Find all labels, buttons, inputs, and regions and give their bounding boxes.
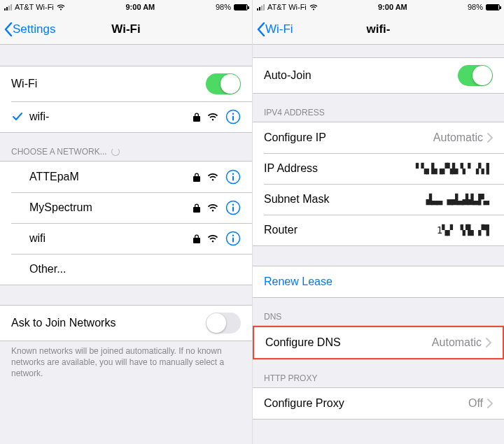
wifi-icon — [207, 113, 218, 121]
auto-join-row[interactable]: Auto-Join — [253, 58, 504, 93]
configure-proxy-value: Off — [468, 397, 483, 410]
clock-label: 9:00 AM — [378, 3, 407, 11]
battery-pct: 98% — [468, 3, 483, 11]
auto-join-toggle[interactable] — [458, 65, 493, 86]
svg-point-1 — [232, 113, 234, 115]
ask-join-row[interactable]: Ask to Join Networks — [0, 306, 252, 341]
info-icon[interactable] — [225, 109, 241, 124]
nav-bar: Settings Wi-Fi — [0, 14, 252, 45]
configure-proxy-label: Configure Proxy — [264, 397, 468, 410]
info-icon[interactable] — [225, 231, 241, 246]
ask-join-group: Ask to Join Networks — [0, 305, 252, 341]
chevron-left-icon — [4, 22, 13, 36]
detail-scroll[interactable]: Auto-Join IPV4 ADDRESS Configure IP Auto… — [253, 45, 504, 444]
router-label: Router — [264, 224, 437, 236]
svg-rect-11 — [232, 238, 234, 243]
renew-lease-group: Renew Lease — [253, 266, 504, 298]
networks-group: ATTEpaM MySpectrum wifi — [0, 161, 252, 285]
back-button[interactable]: Settings — [0, 22, 55, 36]
proxy-header: HTTP PROXY — [253, 359, 504, 387]
lock-icon — [193, 173, 200, 182]
svg-rect-5 — [232, 176, 234, 181]
back-button[interactable]: Wi-Fi — [253, 22, 293, 36]
network-row[interactable]: MySpectrum — [0, 192, 252, 223]
chevron-left-icon — [257, 22, 265, 36]
ip-address-row: IP Address ▘▚▖▙▗▞▚▙▝▖▘▗▚▐ — [253, 153, 504, 184]
wifi-icon — [207, 203, 218, 212]
svg-rect-2 — [232, 116, 234, 121]
ipv4-group: Configure IP Automatic IP Address ▘▚▖▙▗▞… — [253, 122, 504, 246]
svg-point-4 — [232, 173, 234, 175]
wifi-toggle[interactable] — [206, 73, 241, 94]
phone-right: AT&T Wi-Fi 9:00 AM 98% Wi-Fi wifi- Auto-… — [252, 0, 504, 444]
battery-pct: 98% — [216, 3, 231, 11]
svg-rect-8 — [232, 207, 234, 212]
connected-network-label: wifi- — [29, 110, 193, 123]
wifi-status-icon — [309, 4, 318, 10]
battery-icon — [486, 4, 500, 10]
network-row[interactable]: ATTEpaM — [0, 162, 252, 192]
wifi-icon — [207, 173, 218, 181]
subnet-row: Subnet Mask ▟▃▃ ▄▟▃▟▟▃▛▃ — [253, 184, 504, 215]
dns-group: Configure DNS Automatic — [253, 326, 504, 359]
svg-point-10 — [232, 235, 234, 236]
ip-address-label: IP Address — [264, 162, 416, 175]
ipv4-header: IPV4 ADDRESS — [253, 94, 504, 122]
configure-ip-row[interactable]: Configure IP Automatic — [253, 122, 504, 153]
renew-lease-label: Renew Lease — [264, 275, 332, 288]
chevron-right-icon — [486, 338, 491, 348]
phone-left: AT&T Wi-Fi 9:00 AM 98% Settings Wi-Fi Wi… — [0, 0, 252, 444]
router-value: 1▚▞ ▝▞▙ ▞▜ — [437, 224, 489, 236]
status-bar: AT&T Wi-Fi 9:00 AM 98% — [253, 0, 504, 14]
settings-scroll[interactable]: Wi-Fi wifi- CHOOSE A NETWORK... — [0, 45, 252, 444]
carrier-label: AT&T Wi-Fi — [267, 3, 307, 11]
choose-network-label: CHOOSE A NETWORK... — [11, 147, 107, 157]
carrier-label: AT&T Wi-Fi — [15, 3, 54, 11]
subnet-value: ▟▃▃ ▄▟▃▟▟▃▛▃ — [426, 194, 489, 205]
spinner-icon — [111, 148, 120, 156]
signal-icon — [257, 4, 265, 10]
auto-join-group: Auto-Join — [253, 57, 504, 94]
configure-dns-row[interactable]: Configure DNS Automatic — [254, 327, 503, 358]
back-label: Settings — [13, 22, 55, 36]
info-icon[interactable] — [225, 200, 241, 215]
info-icon[interactable] — [225, 169, 241, 185]
configure-ip-label: Configure IP — [264, 131, 433, 144]
configure-dns-label: Configure DNS — [265, 336, 432, 349]
other-network-row[interactable]: Other... — [0, 254, 252, 285]
lock-icon — [193, 113, 200, 122]
configure-dns-value: Automatic — [432, 336, 482, 349]
chevron-right-icon — [487, 399, 493, 408]
configure-proxy-row[interactable]: Configure Proxy Off — [253, 388, 504, 419]
checkmark-icon — [11, 113, 24, 121]
status-bar: AT&T Wi-Fi 9:00 AM 98% — [0, 0, 252, 14]
other-label: Other... — [29, 263, 241, 275]
nav-bar: Wi-Fi wifi- — [253, 14, 504, 45]
signal-icon — [4, 4, 12, 10]
choose-network-header: CHOOSE A NETWORK... — [0, 133, 252, 161]
lock-icon — [193, 203, 200, 213]
connected-network-row[interactable]: wifi- — [0, 101, 252, 132]
configure-ip-value: Automatic — [433, 131, 483, 144]
back-label: Wi-Fi — [265, 22, 293, 36]
renew-lease-button[interactable]: Renew Lease — [253, 266, 504, 297]
battery-icon — [234, 4, 248, 10]
ask-join-toggle[interactable] — [206, 313, 241, 334]
wifi-toggle-label: Wi-Fi — [11, 78, 206, 90]
ask-join-label: Ask to Join Networks — [11, 317, 206, 329]
wifi-toggle-row[interactable]: Wi-Fi — [0, 66, 252, 101]
router-row: Router 1▚▞ ▝▞▙ ▞▜ — [253, 215, 504, 245]
ask-join-footer: Known networks will be joined automatica… — [0, 341, 252, 389]
network-name: ATTEpaM — [29, 171, 193, 183]
network-name: wifi — [29, 232, 193, 245]
ip-address-value: ▘▚▖▙▗▞▚▙▝▖▘▗▚▐ — [416, 163, 489, 174]
network-row[interactable]: wifi — [0, 223, 252, 254]
network-name: MySpectrum — [29, 201, 193, 214]
lock-icon — [193, 234, 200, 243]
wifi-main-group: Wi-Fi wifi- — [0, 66, 252, 133]
wifi-status-icon — [57, 4, 65, 10]
auto-join-label: Auto-Join — [264, 69, 458, 82]
clock-label: 9:00 AM — [126, 3, 155, 11]
wifi-icon — [207, 234, 218, 243]
chevron-right-icon — [487, 133, 493, 143]
